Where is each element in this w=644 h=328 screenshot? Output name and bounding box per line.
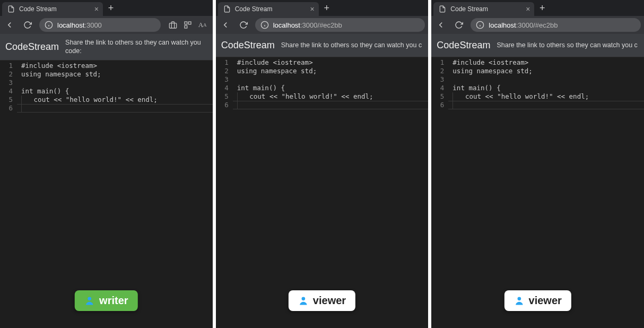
svg-point-7 [88,297,92,300]
code-line[interactable] [21,104,213,113]
code-lines[interactable]: #include <iostream>using namespace std;i… [448,57,644,328]
line-number: 1 [216,58,229,67]
line-number: 6 [216,101,229,109]
tab-title: Code Stream [235,5,306,13]
file-icon [439,5,446,13]
role-badge: viewer [504,290,571,311]
toolbar: localhost:3000/#ec2bb AA [216,16,429,34]
line-number-gutter: 123456 [216,57,233,328]
code-line[interactable]: using namespace std; [237,67,429,75]
line-number: 1 [431,58,444,67]
app-banner: CodeStream Share the link to others so t… [0,34,213,61]
code-line[interactable] [21,79,213,87]
address-bar[interactable]: localhost:3000/#ec2bb [255,18,425,32]
arrow-left-icon [221,20,230,30]
line-number: 1 [0,62,13,70]
back-button[interactable] [219,19,232,31]
address-bar[interactable]: localhost:3000 [39,18,161,32]
indent-guide [21,104,22,113]
url-host: localhost [489,21,516,29]
code-line[interactable] [237,101,429,109]
app-logo: CodeStream [437,40,490,51]
address-actions: AA [166,20,210,30]
browser-tab[interactable]: Code Stream × [433,2,534,16]
refresh-button[interactable] [452,19,465,31]
code-lines[interactable]: #include <iostream>using namespace std;i… [17,61,213,329]
qr-icon[interactable] [183,20,193,30]
code-editor[interactable]: 123456 #include <iostream>using namespac… [431,57,644,328]
code-editor[interactable]: 123456 #include <iostream>using namespac… [0,61,213,329]
role-badge: writer [75,290,137,311]
code-line[interactable]: #include <iostream> [452,58,644,67]
code-line[interactable] [452,75,644,84]
svg-rect-4 [185,22,187,24]
line-number: 5 [431,92,444,101]
role-label: viewer [529,295,562,307]
code-lines[interactable]: #include <iostream>using namespace std;i… [233,57,429,328]
new-tab-button[interactable]: + [103,0,119,16]
person-icon [84,296,95,306]
svg-rect-5 [188,22,191,24]
code-line[interactable]: int main() { [21,87,213,96]
text-size-icon[interactable]: AA [198,20,207,30]
arrow-left-icon [436,20,446,30]
line-number: 5 [216,92,229,101]
refresh-button[interactable] [21,19,34,31]
code-line[interactable]: #include <iostream> [237,58,429,67]
url-path: :3000 [84,21,102,29]
info-circle-icon [260,21,269,29]
toolbar: localhost:3000 AA [0,16,213,34]
refresh-icon [455,21,463,29]
code-line[interactable]: #include <iostream> [21,62,213,70]
line-number: 6 [0,104,13,113]
browser-window: Code Stream × + localhost:3000/#ec2bb [216,0,429,328]
line-number: 4 [0,87,13,96]
person-icon [514,296,525,306]
app-tagline: Share the link to others so they can wat… [281,41,422,49]
line-number: 3 [0,79,13,87]
url-text: localhost:3000/#ec2bb [489,21,558,29]
line-number: 3 [216,75,229,84]
app-banner: CodeStream Share the link to others so t… [216,34,429,57]
code-line[interactable]: using namespace std; [452,67,644,75]
briefcase-icon[interactable] [168,20,178,30]
new-tab-button[interactable]: + [319,0,335,16]
app-banner: CodeStream Share the link to others so t… [431,34,644,57]
toolbar: localhost:3000/#ec2bb AA [431,16,644,34]
back-button[interactable] [3,19,16,31]
info-circle-icon [45,21,53,29]
close-icon[interactable]: × [94,5,99,13]
back-button[interactable] [434,19,447,31]
tab-title: Code Stream [19,5,90,13]
url-host: localhost [273,21,300,29]
browser-tab[interactable]: Code Stream × [218,2,319,16]
plus-icon: + [539,3,545,14]
new-tab-button[interactable]: + [534,0,550,16]
close-icon[interactable]: × [310,5,314,13]
file-icon [7,5,15,13]
code-line[interactable]: int main() { [452,84,644,92]
code-line[interactable]: cout << "hello world!" << endl; [452,92,644,101]
url-path: :3000/#ec2bb [516,21,558,29]
indent-guide [237,101,238,109]
tab-strip: Code Stream × + [0,0,213,16]
code-editor[interactable]: 123456 #include <iostream>using namespac… [216,57,429,328]
app-logo: CodeStream [221,40,275,51]
svg-rect-6 [185,25,187,28]
code-line[interactable]: cout << "hello world!" << endl; [237,92,429,101]
close-icon[interactable]: × [526,5,530,13]
browser-tab[interactable]: Code Stream × [2,2,103,16]
address-bar[interactable]: localhost:3000/#ec2bb [471,18,641,32]
tab-strip: Code Stream × + [216,0,429,16]
code-line[interactable]: int main() { [237,84,429,92]
refresh-button[interactable] [237,19,250,31]
plus-icon: + [324,3,329,14]
svg-point-15 [302,297,306,300]
code-line[interactable]: using namespace std; [21,70,213,79]
arrow-left-icon [5,20,14,30]
code-line[interactable]: cout << "hello world!" << endl; [21,96,213,104]
indent-guide [452,101,453,109]
svg-point-23 [517,297,521,300]
code-line[interactable] [237,75,429,84]
code-line[interactable] [452,101,644,109]
